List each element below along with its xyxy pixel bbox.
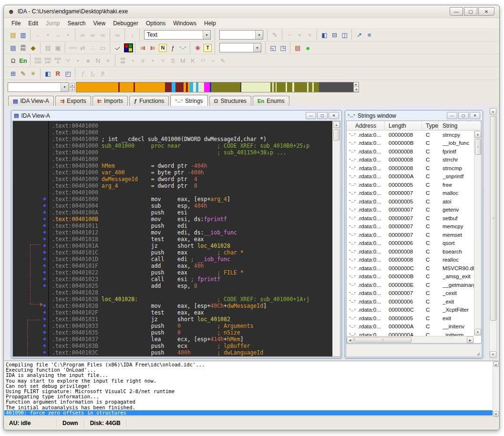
asm-line[interactable]: .text:00401011 push edi	[52, 223, 332, 229]
scroll-right-icon[interactable]: ▶	[467, 336, 473, 343]
asm-line[interactable]: .text:00401025 add esp, 8	[52, 283, 332, 289]
dropdown-arrow-icon[interactable]: ▾	[255, 30, 263, 39]
enums-icon[interactable]: En	[18, 56, 28, 66]
restore-desktop-icon[interactable]: R	[53, 69, 63, 79]
number-icon[interactable]: #	[138, 56, 148, 66]
tab-strings[interactable]: "..."Strings	[170, 95, 207, 106]
column-header-length[interactable]: Length	[385, 121, 422, 130]
binary-view-icon[interactable]: 101011	[18, 43, 28, 53]
strings-minimize-button[interactable]: —	[447, 112, 457, 119]
asm-line[interactable]: .text:00401000arg_4 = dword ptr 8	[52, 183, 332, 189]
rename-icon[interactable]: N	[93, 56, 103, 66]
search-value-combo[interactable]: ▾	[219, 30, 263, 40]
output-line[interactable]: 401090: force zero offsets in structures	[4, 410, 499, 416]
edit-function-icon[interactable]: f₀	[88, 69, 98, 79]
table-row[interactable]: "...".rdata:0...00000007Cmemset	[347, 231, 474, 239]
table-row[interactable]: "...".rdata:0...0000000CC_XcptFilter	[347, 306, 474, 314]
script-file-icon[interactable]: ✎	[18, 69, 28, 79]
asm-line[interactable]: .text:0040100B mov esi, ds:fprintf	[52, 216, 332, 223]
colors-palette-icon[interactable]	[124, 43, 133, 52]
number-dropdown-icon[interactable]: ▾	[148, 56, 158, 66]
asm-line[interactable]: .text:00401000 mov eax, [esp+arg_4]	[52, 196, 332, 203]
table-row[interactable]: "...".rdata:0...00000006Cqsort	[347, 239, 474, 248]
asm-line[interactable]: .text:0040101F add eax, 40h	[52, 263, 332, 269]
run-analysis-icon[interactable]: ●	[303, 43, 313, 53]
close-window-icon[interactable]: ◳	[278, 43, 288, 53]
tab-ida-view-a[interactable]: ▤IDA View-A	[8, 96, 54, 106]
exports-icon[interactable]: ⇉	[138, 43, 148, 53]
strings-window[interactable]: "..." Strings window — ▢ ✕ AddressLength…	[345, 110, 483, 358]
print-icon[interactable]: ▭	[98, 43, 108, 53]
ida-minimize-button[interactable]: —	[306, 112, 316, 119]
column-header-string[interactable]: String	[439, 121, 481, 130]
band-scroll-left-icon[interactable]: ◀	[354, 87, 359, 92]
maximize-button[interactable]: ▢	[464, 7, 477, 16]
ida-view-scrollbar[interactable]: ▲	[332, 121, 340, 356]
asm-line[interactable]: .text:0040102F test eax, eax	[52, 309, 332, 316]
asm-line[interactable]: .text:00401035 push 0 ; nSize	[52, 329, 332, 336]
strings-scrollbar[interactable]: ▲ ≡ ▼	[474, 131, 481, 336]
graph-view-icon[interactable]: ∴	[88, 43, 98, 53]
forward-dropdown-icon[interactable]: ▾	[63, 30, 73, 40]
menu-options[interactable]: Options	[142, 19, 169, 28]
asm-line[interactable]: .text:00401004 sub esp, 404h	[52, 203, 332, 209]
ida-view-window[interactable]: ▤ IDA View-A — ▢ ✕ .text:00401000.text:0…	[11, 110, 342, 358]
problems-list-icon[interactable]: ▤	[293, 43, 303, 53]
scroll-down-icon[interactable]: ▼	[490, 351, 496, 358]
output-line[interactable]: Function argument information is propaga…	[6, 399, 492, 405]
scrollbar-thumb[interactable]: ≡	[490, 116, 496, 321]
add-icon[interactable]: +	[295, 30, 305, 40]
dropdown-arrow-icon[interactable]: ▾	[203, 30, 210, 39]
scroll-down-icon[interactable]: ▼	[494, 411, 499, 416]
asm-line[interactable]: .text:00401000	[52, 156, 332, 162]
asm-line[interactable]: .text:0040103B push ecx ; lpBuffer	[52, 343, 332, 349]
plugins-gears-icon[interactable]: ✳	[28, 69, 38, 79]
menu-help[interactable]: Help	[200, 19, 220, 28]
table-row[interactable]: "...".rdata:0...00000008Cstrncmp	[347, 164, 474, 172]
make-struct-icon[interactable]: 0101Ω	[53, 56, 63, 66]
strings-hscrollbar[interactable]: ◀ ≡ ▶	[347, 336, 474, 343]
back-icon[interactable]: ←	[33, 30, 43, 40]
table-row[interactable]: "...".rdata:0...00000007Cmemcpy	[347, 223, 474, 231]
manual-icon[interactable]: M	[178, 56, 188, 66]
function-tails-icon[interactable]: ft	[98, 69, 108, 79]
forward-icon[interactable]: →	[53, 30, 63, 40]
strings-title-bar[interactable]: "..." Strings window — ▢ ✕	[345, 111, 483, 121]
scroll-left-icon[interactable]: ◀	[347, 337, 353, 344]
disassembly-listing[interactable]: .text:00401000.text:00401000.text:004010…	[50, 121, 332, 356]
table-row[interactable]: "...".rdata:0...00000007Csetbuf	[347, 214, 474, 223]
menu-edit[interactable]: Edit	[24, 19, 42, 28]
windows-list-icon[interactable]: ◰	[63, 69, 73, 79]
asm-line[interactable]: .text:00401031 jz short loc_401082	[52, 316, 332, 323]
string-dropdown-icon[interactable]: ▾	[73, 56, 83, 66]
column-header-type[interactable]: Type	[422, 121, 439, 130]
search-icon[interactable]: ∞	[78, 30, 88, 40]
table-row[interactable]: "...".rdata:0...00000007Cgetenv	[347, 206, 474, 214]
tab-imports[interactable]: ⇇Imports	[93, 96, 128, 106]
close-button[interactable]: ✕	[478, 7, 494, 16]
search-direction-combo[interactable]: Text▾	[144, 30, 211, 40]
asm-line[interactable]: .text:00401000	[52, 189, 332, 196]
table-row[interactable]: "...".rdata:0...00000005Cexit	[347, 314, 474, 323]
add-window-icon[interactable]: ◱	[268, 43, 278, 53]
ida-close-button[interactable]: ✕	[329, 112, 339, 119]
band-scroll-right-icon[interactable]: ▶	[354, 82, 359, 87]
zoom-100-icon[interactable]: 100%	[68, 43, 78, 53]
save-desktop-icon[interactable]: ◧	[43, 69, 53, 79]
asm-line[interactable]: .text:00401000sub_401000 proc near ; COD…	[52, 142, 332, 149]
asm-line[interactable]: .text:00401023 call esi ; fprintf	[52, 276, 332, 283]
disassembly-pane[interactable]: .text:00401000.text:00401000.text:004010…	[12, 121, 340, 357]
table-row[interactable]: "...".rdata:0...0000000AC__initenv	[347, 323, 474, 331]
make-array-icon[interactable]: ∗	[83, 56, 93, 66]
asm-line[interactable]: .text:00401022 push eax ; FILE *	[52, 269, 332, 276]
asm-line[interactable]: .text:0040101D call edi ; __iob_func	[52, 256, 332, 263]
names-icon[interactable]: N	[159, 44, 167, 52]
scrollbar-thumb[interactable]: ≡	[475, 139, 481, 155]
table-row[interactable]: "...".rdata:0...00000006C_exit	[347, 297, 474, 306]
table-row[interactable]: "...".rdata:0...0000000BC__iob_func	[347, 139, 474, 148]
asm-line[interactable]: .text:00401000hMem = dword ptr -404h	[52, 162, 332, 169]
manual-operand-icon[interactable]: ✎	[218, 56, 228, 66]
search-again-icon[interactable]: ∞	[88, 30, 98, 40]
undefine-icon[interactable]: ×	[103, 56, 113, 66]
asm-line[interactable]: .text:0040101A jz short loc_401028	[52, 243, 332, 249]
